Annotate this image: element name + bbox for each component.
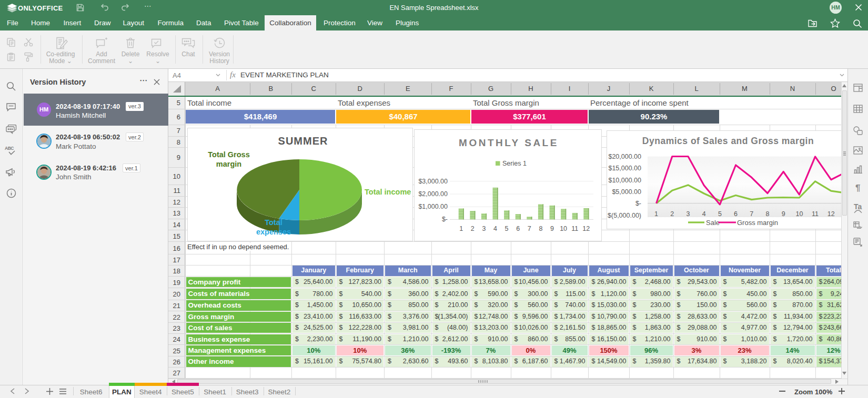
svg-text:1: 1 <box>459 225 463 232</box>
svg-text:8: 8 <box>766 210 770 218</box>
svg-text:$5,000.00: $5,000.00 <box>612 188 641 195</box>
svg-text:5: 5 <box>718 210 722 218</box>
svg-text:Sale: Sale <box>706 218 720 226</box>
svg-text:Dynamics of Sales and Gross ma: Dynamics of Sales and Gross margin <box>642 136 814 146</box>
svg-text:SUMMER: SUMMER <box>278 135 328 147</box>
svg-text:1: 1 <box>654 210 658 218</box>
svg-text:Total: Total <box>265 218 282 227</box>
svg-text:6: 6 <box>734 210 738 218</box>
svg-text:4: 4 <box>702 210 706 218</box>
svg-text:12: 12 <box>827 210 835 218</box>
svg-text:12: 12 <box>582 225 590 232</box>
svg-text:9: 9 <box>550 225 554 232</box>
svg-text:Gross margin: Gross margin <box>737 218 778 226</box>
svg-text:2: 2 <box>471 225 475 232</box>
svg-text:11: 11 <box>812 210 819 218</box>
svg-text:Total income: Total income <box>365 188 411 196</box>
svg-text:6: 6 <box>516 225 520 232</box>
svg-text:3: 3 <box>687 210 690 218</box>
svg-text:2: 2 <box>670 210 674 218</box>
svg-text:5: 5 <box>505 225 509 232</box>
svg-text:$-: $- <box>442 216 448 223</box>
svg-text:7: 7 <box>528 225 531 232</box>
svg-text:10: 10 <box>795 210 803 218</box>
svg-text:MONTHLY SALE: MONTHLY SALE <box>459 137 559 148</box>
svg-text:margin: margin <box>216 160 241 168</box>
svg-text:3: 3 <box>482 225 486 232</box>
svg-text:9: 9 <box>782 210 785 218</box>
svg-text:$1,000.00: $1,000.00 <box>418 203 448 210</box>
svg-text:expenses: expenses <box>256 228 291 236</box>
svg-text:11: 11 <box>571 225 578 232</box>
svg-text:$10,000.00: $10,000.00 <box>608 176 641 183</box>
svg-text:8: 8 <box>539 225 542 232</box>
svg-text:4: 4 <box>493 225 497 232</box>
svg-text:Series 1: Series 1 <box>502 160 527 167</box>
svg-text:$(5,000.00): $(5,000.00) <box>608 211 641 219</box>
svg-text:Total Gross: Total Gross <box>208 150 250 159</box>
svg-text:$20,000.00: $20,000.00 <box>608 153 641 160</box>
svg-text:$2,000.00: $2,000.00 <box>418 190 448 198</box>
svg-text:$15,000.00: $15,000.00 <box>608 165 641 172</box>
svg-text:$3,000.00: $3,000.00 <box>418 178 448 185</box>
svg-text:10: 10 <box>560 225 567 232</box>
svg-text:7: 7 <box>750 210 753 218</box>
svg-text:$-: $- <box>635 200 641 207</box>
